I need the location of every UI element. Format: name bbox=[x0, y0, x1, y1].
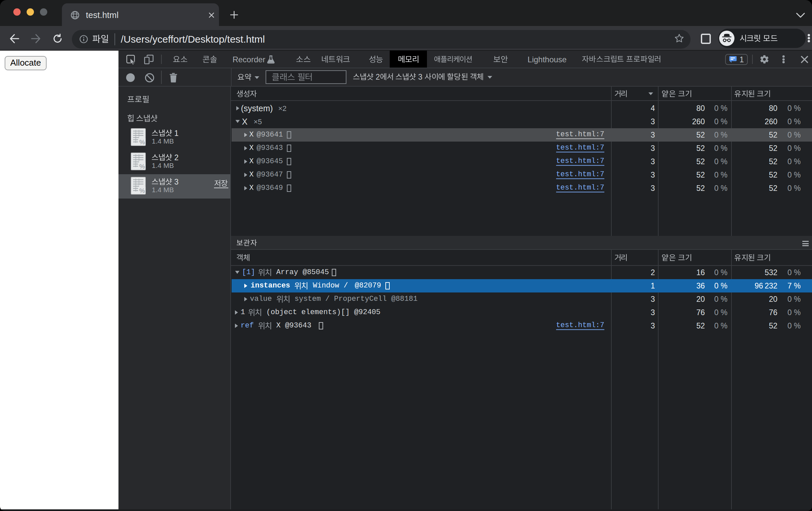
svg-text:%: % bbox=[140, 187, 145, 194]
svg-text:2: 2 bbox=[174, 153, 179, 162]
svg-text:%: % bbox=[140, 163, 145, 170]
svg-text:%: % bbox=[140, 139, 145, 145]
svg-text:2: 2 bbox=[376, 73, 380, 81]
svg-text:3: 3 bbox=[418, 73, 423, 81]
svg-text:3: 3 bbox=[174, 178, 179, 186]
svg-text:1: 1 bbox=[174, 129, 179, 138]
